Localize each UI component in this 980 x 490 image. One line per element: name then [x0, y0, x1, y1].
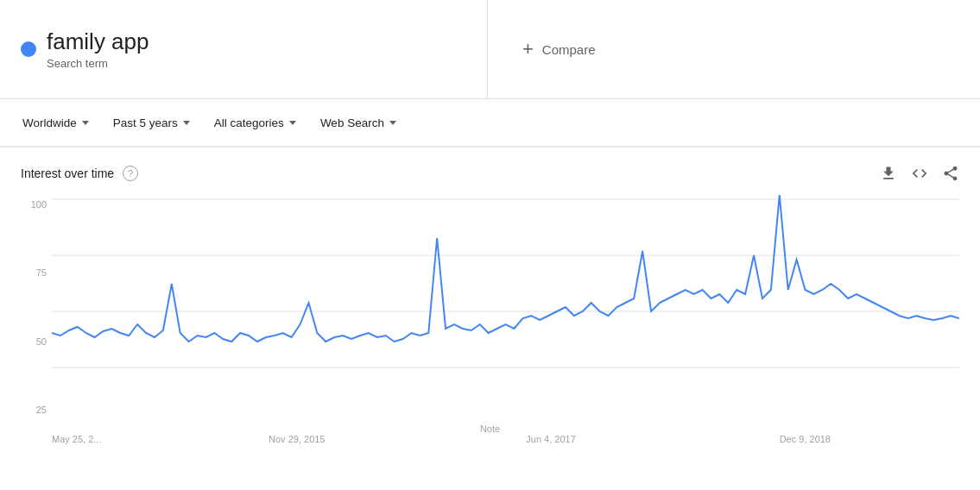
search-type-label: Web Search — [320, 116, 384, 129]
time-range-chevron-icon — [183, 121, 190, 125]
x-label-3: Dec 9, 2018 — [780, 434, 831, 444]
compare-section: + Compare — [488, 38, 980, 60]
term-color-dot — [21, 41, 36, 57]
region-filter[interactable]: Worldwide — [14, 111, 98, 135]
chart-header: Interest over time ? — [14, 148, 966, 191]
region-chevron-icon — [82, 121, 89, 125]
chart-section: Interest over time ? 100 75 50 25 — [0, 148, 980, 458]
category-chevron-icon — [289, 121, 296, 125]
term-section: family app Search term — [0, 0, 488, 98]
compare-label: Compare — [542, 42, 596, 57]
x-label-1: Nov 29, 2015 — [269, 434, 325, 444]
category-label: All categories — [214, 116, 284, 129]
chart-title-area: Interest over time ? — [21, 166, 138, 181]
chart-svg — [52, 191, 959, 415]
term-type: Search term — [47, 57, 149, 70]
y-label-100: 100 — [31, 199, 47, 210]
y-label-25: 25 — [36, 405, 47, 415]
help-icon[interactable]: ? — [123, 166, 138, 181]
search-type-filter[interactable]: Web Search — [312, 111, 405, 135]
time-range-filter[interactable]: Past 5 years — [104, 111, 199, 135]
share-button[interactable] — [942, 165, 959, 182]
term-title: family app — [47, 28, 149, 55]
term-info: family app Search term — [47, 28, 149, 70]
download-button[interactable] — [880, 165, 897, 182]
category-filter[interactable]: All categories — [205, 111, 305, 135]
region-label: Worldwide — [22, 116, 77, 129]
page-header: family app Search term + Compare — [0, 0, 980, 99]
y-label-75: 75 — [36, 267, 47, 278]
chart-title: Interest over time — [21, 166, 114, 180]
time-range-label: Past 5 years — [113, 116, 178, 129]
x-label-2: Jun 4, 2017 — [526, 434, 576, 444]
filters-bar: Worldwide Past 5 years All categories We… — [0, 99, 980, 148]
chart-actions — [880, 165, 959, 182]
y-axis-labels: 100 75 50 25 — [21, 199, 52, 415]
compare-button[interactable]: + Compare — [522, 38, 596, 60]
chart-note: Note — [480, 424, 500, 434]
x-label-0: May 25, 2... — [52, 434, 101, 444]
y-label-50: 50 — [36, 336, 47, 347]
chart-wrapper: 100 75 50 25 Note May 25, 2... Nov 29, 2… — [21, 191, 959, 458]
help-icon-label: ? — [128, 168, 133, 179]
x-axis-labels: May 25, 2... Nov 29, 2015 Jun 4, 2017 De… — [52, 434, 959, 451]
compare-plus-icon: + — [522, 38, 534, 60]
embed-button[interactable] — [911, 165, 928, 182]
search-type-chevron-icon — [389, 121, 396, 125]
